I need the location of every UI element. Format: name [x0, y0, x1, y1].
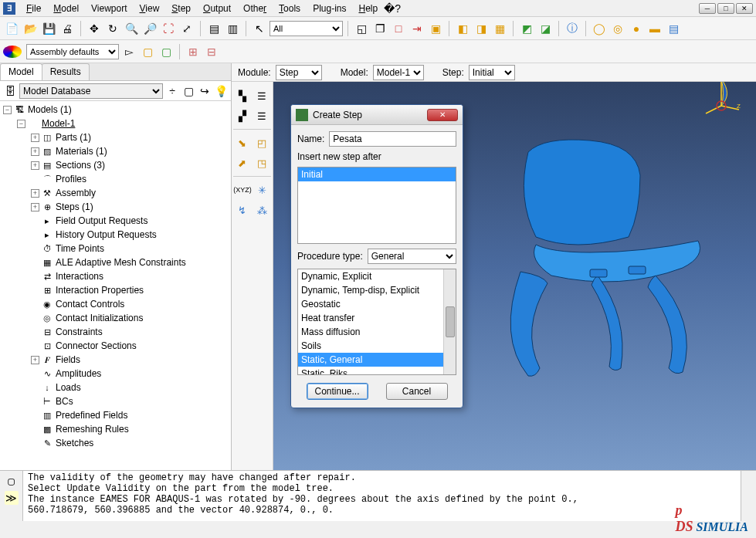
rotate-icon[interactable]: ↻: [104, 20, 121, 37]
sort2-icon[interactable]: ⊟: [203, 43, 220, 60]
palette-icon[interactable]: [3, 46, 22, 58]
select-arrow-icon[interactable]: ↖: [251, 20, 268, 37]
tab-model[interactable]: Model: [0, 63, 42, 80]
expand-icon[interactable]: +: [31, 203, 39, 211]
tool4-icon[interactable]: ◳: [253, 154, 272, 172]
output-field-icon[interactable]: ▚: [233, 86, 252, 105]
output-hist-mgr-icon[interactable]: ☰: [253, 107, 272, 125]
box-icon[interactable]: ▣: [427, 20, 444, 37]
cube1-icon[interactable]: ◧: [454, 20, 471, 37]
procedure-item[interactable]: Mass diffusion: [298, 325, 456, 339]
xyz-icon[interactable]: (XYZ): [233, 181, 252, 199]
menu-help[interactable]: Help: [352, 2, 384, 15]
menu-output[interactable]: Output: [197, 2, 237, 15]
tree-loads[interactable]: ↓Loads: [0, 381, 231, 394]
menu-model[interactable]: Model: [47, 2, 85, 15]
group-icon[interactable]: ❐: [371, 20, 388, 37]
tree-time-points[interactable]: ⏱Time Points: [0, 242, 231, 255]
tree-bcs[interactable]: ⊢BCs: [0, 394, 231, 408]
expand-icon[interactable]: [31, 286, 39, 295]
expand-icon[interactable]: [31, 300, 39, 309]
expand-icon[interactable]: [31, 425, 39, 434]
console-text[interactable]: The validity of the geometry may have ch…: [23, 471, 741, 521]
menu-plugins[interactable]: Plug-ins: [307, 2, 352, 15]
cancel-button[interactable]: Cancel: [386, 383, 448, 400]
procedure-item[interactable]: Dynamic, Explicit: [298, 269, 456, 283]
menu-step[interactable]: Step: [165, 2, 197, 15]
assembly-defaults-select[interactable]: Assembly defaults: [26, 44, 119, 59]
procedure-list[interactable]: Dynamic, ExplicitDynamic, Temp-disp, Exp…: [297, 269, 456, 375]
tree-models[interactable]: −🏗Models (1): [0, 103, 231, 117]
expand-icon[interactable]: −: [3, 106, 12, 114]
cube-wire-icon[interactable]: ◪: [537, 20, 554, 37]
dialog-close-button[interactable]: ✕: [427, 109, 458, 121]
tree-parts[interactable]: +◫Parts (1): [0, 130, 231, 144]
red-box-icon[interactable]: □: [390, 20, 407, 37]
menu-viewport[interactable]: Viewport: [85, 2, 133, 15]
model-tree[interactable]: −🏗Models (1)−Model-1+◫Parts (1)+▨Materia…: [0, 101, 231, 470]
window-minimize[interactable]: ─: [699, 3, 716, 14]
dialog-titlebar[interactable]: Create Step ✕: [291, 105, 463, 125]
expand-icon[interactable]: +: [31, 161, 39, 170]
tree-profiles[interactable]: ⌒Profiles: [0, 172, 231, 186]
cube-shaded-icon[interactable]: ◩: [518, 20, 535, 37]
tool2-icon[interactable]: ◰: [253, 134, 272, 152]
insert-after-list[interactable]: Initial: [297, 167, 456, 244]
help-pointer-icon[interactable]: �?: [384, 0, 401, 17]
model-database-select[interactable]: Model Database: [19, 83, 163, 99]
expand-icon[interactable]: [31, 175, 39, 184]
console-log-icon[interactable]: ▢: [5, 474, 19, 488]
step-name-input[interactable]: [329, 131, 456, 147]
menu-tools[interactable]: Tools: [273, 2, 307, 15]
module-select[interactable]: Step: [276, 65, 322, 80]
tree-predefined-fields[interactable]: ▥Predefined Fields: [0, 408, 231, 422]
zoom-box-icon[interactable]: 🔎: [141, 20, 158, 37]
output-field-mgr-icon[interactable]: ☰: [253, 86, 272, 105]
misc1-icon[interactable]: ▬: [646, 20, 663, 37]
datum-icon[interactable]: ✳: [253, 181, 271, 199]
expand-icon[interactable]: [31, 439, 39, 448]
insert-item[interactable]: Initial: [298, 167, 456, 181]
point-icon[interactable]: ⁂: [253, 201, 272, 219]
tree-interaction-props[interactable]: ⊞Interaction Properties: [0, 283, 231, 297]
sort1-icon[interactable]: ⊞: [185, 43, 202, 60]
tool1-icon[interactable]: ⬊: [233, 134, 252, 152]
expand-icon[interactable]: [31, 314, 39, 323]
bulb-icon[interactable]: 💡: [214, 84, 228, 98]
tree-contact-controls[interactable]: ◉Contact Controls: [0, 297, 231, 311]
procedure-item[interactable]: Static, Riks: [298, 367, 456, 375]
cube2-icon[interactable]: ◨: [473, 20, 490, 37]
expand-icon[interactable]: [31, 398, 39, 406]
circle1-icon[interactable]: ◯: [591, 20, 608, 37]
cube3-icon[interactable]: ▦: [491, 20, 508, 37]
tree-constraints[interactable]: ⊟Constraints: [0, 325, 231, 339]
print-icon[interactable]: 🖨: [59, 20, 76, 37]
view-back-icon[interactable]: ▥: [224, 20, 241, 37]
tree-model1[interactable]: −Model-1: [0, 117, 231, 130]
save-icon[interactable]: 💾: [40, 20, 57, 37]
expand-icon[interactable]: [31, 384, 39, 392]
info-icon[interactable]: ⓘ: [564, 20, 581, 37]
filter-select[interactable]: All: [270, 21, 343, 36]
expand-icon[interactable]: +: [31, 356, 39, 364]
expand-icon[interactable]: +: [31, 147, 39, 156]
expand-icon[interactable]: [31, 272, 39, 281]
continue-button[interactable]: Continue...: [307, 383, 368, 400]
tab-results[interactable]: Results: [42, 63, 90, 80]
output-hist-icon[interactable]: ▞: [233, 107, 252, 125]
tree-assembly[interactable]: +⚒Assembly: [0, 186, 231, 200]
box-green-icon[interactable]: ▢: [158, 43, 175, 60]
procedure-item[interactable]: Soils: [298, 339, 456, 353]
menu-view[interactable]: View: [134, 2, 166, 15]
expand-icon[interactable]: +: [31, 189, 39, 198]
tree-steps[interactable]: +⊕Steps (1): [0, 200, 231, 214]
model-select[interactable]: Model-1: [373, 65, 424, 80]
open-icon[interactable]: 📂: [22, 20, 39, 37]
tree-sections[interactable]: +▤Sections (3): [0, 158, 231, 172]
pan-zoom-icon[interactable]: ⤢: [178, 20, 195, 37]
expand-icon[interactable]: [31, 411, 39, 420]
step-select[interactable]: Initial: [469, 65, 515, 80]
menu-other[interactable]: Other: [237, 2, 273, 15]
csys-icon[interactable]: ↯: [233, 201, 252, 219]
menu-file[interactable]: File: [20, 2, 47, 15]
